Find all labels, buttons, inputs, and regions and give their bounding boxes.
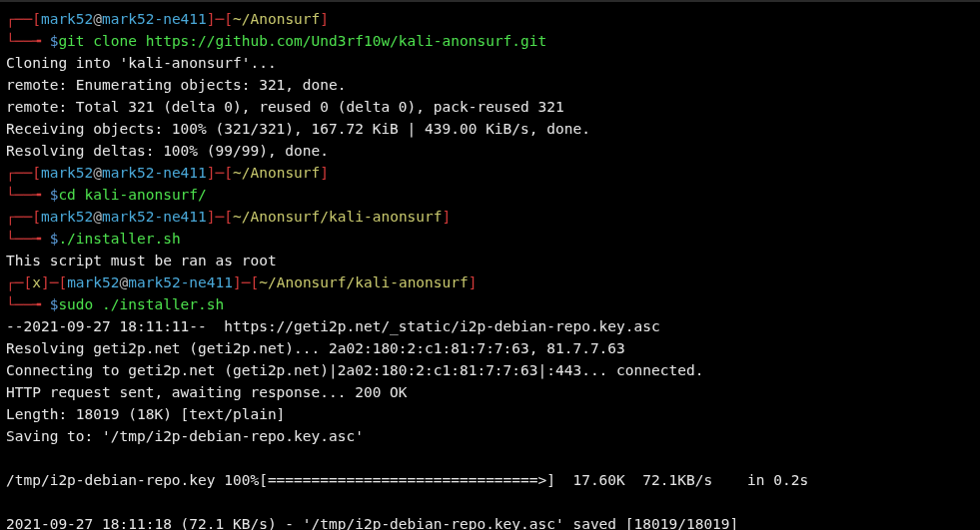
prompt-at: @: [93, 165, 102, 181]
prompt-host: mark52-ne411: [102, 165, 207, 181]
prompt-path: ~/Anonsurf: [233, 165, 320, 181]
prompt-branch: ┌──[: [6, 209, 41, 225]
prompt-host: mark52-ne411: [128, 274, 233, 290]
prompt-error-x: x: [32, 274, 41, 290]
prompt-cmd-line-2: └──╼ $cd kali-anonsurf/: [6, 187, 207, 203]
prompt-at: @: [93, 11, 102, 27]
output-line: Connecting to geti2p.net (geti2p.net)|2a…: [6, 362, 703, 378]
prompt-user: mark52: [41, 209, 93, 225]
prompt-host: mark52-ne411: [102, 11, 207, 27]
prompt-cmd-line-4: └──╼ $sudo ./installer.sh: [6, 296, 224, 312]
output-line: HTTP request sent, awaiting response... …: [6, 384, 408, 400]
output-line: Resolving geti2p.net (geti2p.net)... 2a0…: [6, 340, 625, 356]
output-line: Receiving objects: 100% (321/321), 167.7…: [6, 121, 590, 137]
prompt-user: mark52: [67, 274, 119, 290]
output-line: --2021-09-27 18:11:11-- https://geti2p.n…: [6, 318, 660, 334]
prompt-arrow: └──╼: [6, 231, 50, 247]
prompt-host: mark52-ne411: [102, 209, 207, 225]
cmd-cd: cd kali-anonsurf/: [58, 187, 206, 203]
prompt-branch: ┌──[: [6, 165, 41, 181]
prompt-line-2: ┌──[mark52@mark52-ne411]─[~/Anonsurf]: [6, 165, 329, 181]
prompt-sep: ]─[: [207, 209, 233, 225]
prompt-line-4: ┌─[x]─[mark52@mark52-ne411]─[~/Anonsurf/…: [6, 274, 477, 290]
prompt-sep: ]─[: [233, 274, 259, 290]
cmd-installer: ./installer.sh: [58, 231, 180, 247]
output-progress: /tmp/i2p-debian-repo.key 100%[==========…: [6, 472, 808, 488]
prompt-arrow: └──╼: [6, 187, 50, 203]
output-line: Cloning into 'kali-anonsurf'...: [6, 55, 277, 71]
output-line: Length: 18019 (18K) [text/plain]: [6, 406, 285, 422]
prompt-path: ~/Anonsurf/kali-anonsurf: [233, 209, 443, 225]
prompt-at: @: [93, 209, 102, 225]
prompt-path: ~/Anonsurf: [233, 11, 320, 27]
prompt-close: ]: [469, 274, 478, 290]
prompt-close: ]: [320, 11, 329, 27]
prompt-at: @: [120, 274, 129, 290]
prompt-close: ]: [443, 209, 452, 225]
prompt-close: ]: [320, 165, 329, 181]
prompt-branch: ┌──[: [6, 11, 41, 27]
prompt-path: ~/Anonsurf/kali-anonsurf: [259, 274, 469, 290]
output-line: remote: Enumerating objects: 321, done.: [6, 77, 346, 93]
cmd-git-clone: git clone https://github.com/Und3rf10w/k…: [58, 33, 546, 49]
prompt-sep: ]─[: [207, 165, 233, 181]
prompt-cmd-line-3: └──╼ $./installer.sh: [6, 231, 181, 247]
prompt-user: mark52: [41, 165, 93, 181]
prompt-branch-open: ┌─[: [6, 274, 32, 290]
prompt-cmd-line-1: └──╼ $git clone https://github.com/Und3r…: [6, 33, 546, 49]
prompt-branch-mid: ]─[: [41, 274, 67, 290]
prompt-line-3: ┌──[mark52@mark52-ne411]─[~/Anonsurf/kal…: [6, 209, 451, 225]
prompt-arrow: └──╼: [6, 296, 50, 312]
output-line: 2021-09-27 18:11:18 (72.1 KB/s) - '/tmp/…: [6, 516, 738, 530]
prompt-user: mark52: [41, 11, 93, 27]
prompt-arrow: └──╼: [6, 33, 50, 49]
prompt-line-1: ┌──[mark52@mark52-ne411]─[~/Anonsurf]: [6, 11, 329, 27]
output-line: remote: Total 321 (delta 0), reused 0 (d…: [6, 99, 564, 115]
prompt-sep: ]─[: [207, 11, 233, 27]
output-line: This script must be ran as root: [6, 253, 277, 268]
cmd-sudo-installer: sudo ./installer.sh: [58, 296, 224, 312]
terminal[interactable]: ┌──[mark52@mark52-ne411]─[~/Anonsurf] └─…: [0, 0, 980, 530]
output-line: Saving to: '/tmp/i2p-debian-repo.key.asc…: [6, 428, 364, 444]
output-line: Resolving deltas: 100% (99/99), done.: [6, 143, 329, 159]
